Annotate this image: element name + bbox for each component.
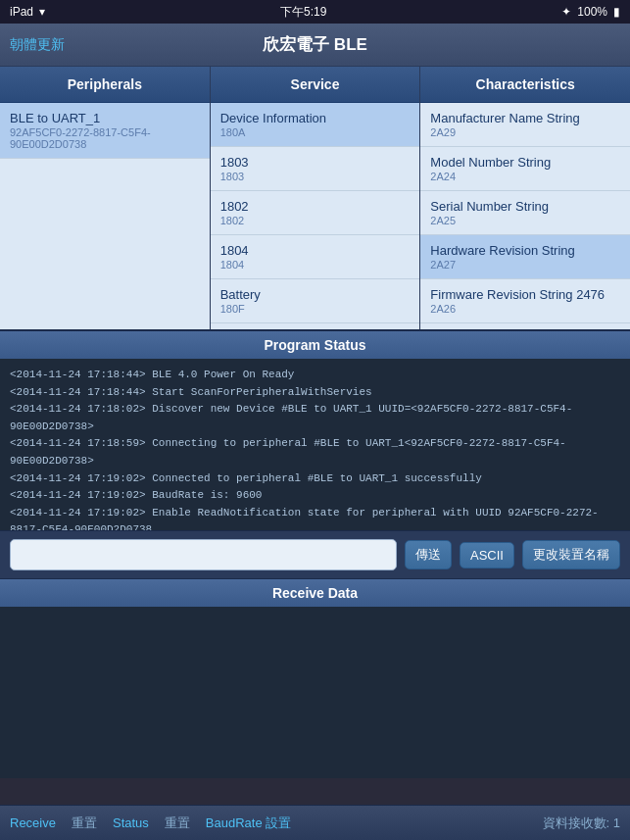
characteristic-item[interactable]: Manufacturer Name String2A29 — [420, 103, 630, 147]
service-item[interactable]: 180D180D — [211, 323, 420, 329]
wifi-icon: ▾ — [39, 5, 45, 19]
status-line: <2014-11-24 17:19:02> Enable ReadNotific… — [10, 505, 620, 530]
rename-button[interactable]: 更改裝置名稱 — [522, 540, 620, 569]
status-right: ✦ 100% ▮ — [561, 5, 620, 19]
status-line: <2014-11-24 17:18:44> BLE 4.0 Power On R… — [10, 367, 620, 384]
peripherals-panel: Peripherals BLE to UART_192AF5CF0-2272-8… — [0, 67, 211, 329]
service-item[interactable]: 18031803 — [211, 147, 420, 191]
characteristics-body: Manufacturer Name String2A29Model Number… — [420, 103, 630, 329]
status-line: <2014-11-24 17:19:02> Connected to perip… — [10, 470, 620, 488]
service-body: Device Information180A180318031802180218… — [211, 103, 420, 329]
peripherals-header: Peripherals — [0, 67, 210, 103]
status-line: <2014-11-24 17:18:02> Discover new Devic… — [10, 401, 620, 435]
service-panel: Service Device Information180A1803180318… — [211, 67, 421, 329]
send-button[interactable]: 傳送 — [405, 540, 452, 569]
receive-data-header: Receive Data — [0, 579, 630, 607]
status-line: <2014-11-24 17:18:44> Start ScanForPerip… — [10, 384, 620, 402]
send-input[interactable] — [10, 539, 397, 570]
back-button[interactable]: 朝體更新 — [10, 36, 65, 54]
reset2-label: 重置 — [165, 815, 190, 832]
characteristics-panel: Characteristics Manufacturer Name String… — [420, 67, 630, 329]
nav-bar: 朝體更新 欣宏電子 BLE — [0, 24, 630, 67]
peripherals-body: BLE to UART_192AF5CF0-2272-8817-C5F4-90E… — [0, 103, 210, 329]
battery-label: 100% — [577, 5, 607, 19]
status-left: iPad ▾ — [10, 5, 45, 19]
ascii-button[interactable]: ASCII — [460, 542, 514, 568]
peripheral-item[interactable]: BLE to UART_192AF5CF0-2272-8817-C5F4-90E… — [0, 103, 210, 159]
input-row: 傳送 ASCII 更改裝置名稱 — [0, 530, 630, 579]
service-item[interactable]: 18041804 — [211, 235, 420, 279]
characteristic-item[interactable]: Software Revision String2A28 — [420, 323, 630, 329]
characteristic-item[interactable]: Serial Number String2A25 — [420, 191, 630, 235]
status-bar: iPad ▾ 下午5:19 ✦ 100% ▮ — [0, 0, 630, 24]
reset1-label: 重置 — [72, 815, 97, 832]
characteristic-item[interactable]: Firmware Revision String 24762A26 — [420, 279, 630, 323]
characteristic-item[interactable]: Model Number String2A24 — [420, 147, 630, 191]
program-status-header: Program Status — [0, 331, 630, 359]
data-received-label: 資料接收數: 1 — [543, 815, 620, 832]
panels: Peripherals BLE to UART_192AF5CF0-2272-8… — [0, 67, 630, 331]
service-header: Service — [211, 67, 420, 103]
nav-title: 欣宏電子 BLE — [263, 33, 367, 56]
status-line: <2014-11-24 17:19:02> BaudRate is: 9600 — [10, 487, 620, 505]
time-label: 下午5:19 — [280, 4, 326, 21]
receive-data-body — [0, 607, 630, 778]
characteristics-header: Characteristics — [420, 67, 630, 103]
battery-icon: ▮ — [613, 5, 620, 19]
status-line: <2014-11-24 17:18:59> Connecting to peri… — [10, 435, 620, 469]
receive-link[interactable]: Receive — [10, 815, 56, 830]
service-item[interactable]: Battery180F — [211, 279, 420, 323]
bluetooth-icon: ✦ — [561, 5, 571, 19]
characteristic-item[interactable]: Hardware Revision String2A27 — [420, 235, 630, 279]
program-status-body: <2014-11-24 17:18:44> BLE 4.0 Power On R… — [0, 359, 630, 530]
baudrate-link[interactable]: BaudRate 設置 — [206, 815, 291, 832]
bottom-bar: Receive 重置 Status 重置 BaudRate 設置 資料接收數: … — [0, 805, 630, 840]
service-item[interactable]: Device Information180A — [211, 103, 420, 147]
status-link[interactable]: Status — [113, 815, 149, 830]
ipad-label: iPad — [10, 5, 33, 19]
service-item[interactable]: 18021802 — [211, 191, 420, 235]
